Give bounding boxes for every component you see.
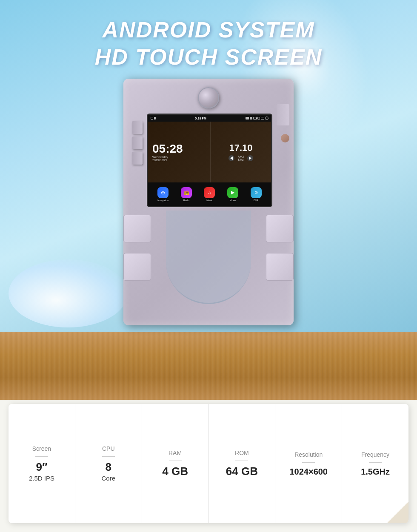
radio-frequency: 17.10 (229, 143, 252, 153)
dvr-icon: ⊙ (251, 187, 262, 198)
title-line2: HD TOUCH SCREEN (0, 44, 417, 70)
spec-divider-6 (369, 462, 382, 463)
spec-cpu-subvalue: Core (101, 475, 115, 482)
title-line1: ANDROID SYSTEM (0, 17, 417, 43)
music-label: Music (206, 199, 212, 202)
spec-divider-1 (35, 456, 48, 457)
home-icon (151, 117, 153, 119)
navigation-icon: ⊕ (157, 187, 169, 198)
back-icon (265, 117, 268, 120)
trim-box-bottom-left (123, 253, 151, 281)
spec-rom-value: 64 GB (226, 465, 258, 478)
trim-right-bottom (281, 134, 289, 142)
spec-divider-3 (169, 461, 182, 461)
music-icon: ♫ (204, 187, 215, 198)
spec-ram: RAM 4 GB (142, 404, 209, 523)
screen-main: 05:28 Wednesday 2019/03/27 17.10 AM2 (148, 122, 271, 182)
app-navigation[interactable]: ⊕ Navigation (157, 187, 169, 202)
screen-bezel: 5:28 PM (147, 114, 272, 207)
spec-frequency: Frequency 1.5GHz (342, 404, 408, 523)
volume-icon (250, 117, 252, 119)
app-radio[interactable]: 📻 Radio (181, 187, 192, 202)
clock-day: Wednesday (152, 156, 168, 159)
spec-ram-label: RAM (169, 449, 182, 456)
android-screen: 5:28 PM (148, 115, 271, 206)
trim-tab-2 (132, 137, 143, 149)
radio-app-label: Radio (183, 199, 189, 202)
spec-screen-label: Screen (32, 445, 51, 452)
wood-table (0, 332, 417, 408)
trim-body: 5:28 PM (123, 79, 294, 325)
next-arrow-icon (249, 156, 251, 160)
spec-frequency-label: Frequency (361, 451, 389, 458)
trim-left-tabs (132, 121, 145, 165)
dvr-label: DVR (254, 199, 259, 202)
radio-mode-label: AM2 (238, 155, 244, 158)
trim-knob (198, 87, 219, 108)
spec-resolution-label: Resolution (294, 451, 323, 458)
trim-box-top-left (123, 215, 151, 242)
radio-prev-button[interactable] (228, 155, 234, 161)
spec-divider-2 (102, 456, 115, 457)
trim-box-top-right (266, 215, 294, 242)
spec-screen: Screen 9″ 2.5D IPS (9, 404, 75, 523)
spec-resolution: Resolution 1024×600 (275, 404, 342, 523)
app-video[interactable]: ▶ Video (227, 187, 238, 202)
app-dvr[interactable]: ⊙ DVR (251, 187, 262, 202)
trim-tab-1 (132, 121, 143, 134)
status-bar: 5:28 PM (148, 115, 271, 122)
clock-date: 2019/03/27 (152, 159, 167, 162)
status-time: 5:28 PM (195, 117, 206, 120)
navigation-label: Navigation (157, 199, 169, 202)
spec-screen-value: 9″ (36, 461, 47, 473)
spec-resolution-value: 1024×600 (289, 467, 328, 476)
radio-icon: 📻 (181, 187, 192, 198)
spec-rom-label: ROM (235, 449, 249, 456)
title-container: ANDROID SYSTEM HD TOUCH SCREEN (0, 17, 417, 70)
trim-center-opening (166, 211, 251, 304)
clock-section: 05:28 Wednesday 2019/03/27 (148, 122, 210, 182)
spec-cpu-label: CPU (102, 445, 115, 452)
battery-icon (253, 117, 257, 119)
trim-bottom-area (123, 211, 294, 321)
spec-screen-subvalue: 2.5D IPS (29, 475, 54, 482)
car-radio-device: 5:28 PM (115, 79, 302, 342)
trim-box-bottom-right (266, 253, 294, 281)
spec-frequency-value: 1.5GHz (361, 467, 390, 476)
trim-right-top (277, 104, 289, 125)
prev-arrow-icon (230, 156, 233, 160)
cloud (9, 259, 128, 327)
spec-cpu-value: 8 (106, 461, 111, 473)
radio-controls: AM2 KHz (228, 155, 253, 161)
spec-divider-4 (235, 461, 248, 461)
clock-time: 05:28 (152, 143, 183, 155)
video-label: Video (230, 199, 236, 202)
trim-tab-3 (132, 152, 143, 165)
spec-ram-value: 4 GB (162, 465, 188, 478)
radio-next-button[interactable] (247, 155, 253, 161)
spec-card: Screen 9″ 2.5D IPS CPU 8 Core RAM 4 GB R… (9, 404, 408, 523)
video-icon: ▶ (227, 187, 238, 198)
pin-icon (154, 117, 156, 119)
spec-rom: ROM 64 GB (208, 404, 275, 523)
app-icons-row: ⊕ Navigation 📻 Radio ♫ Mus (148, 182, 271, 206)
radio-section: 17.10 AM2 KHz (210, 122, 271, 182)
spec-divider-5 (302, 462, 315, 463)
wifi-icon (246, 117, 249, 119)
spec-cpu: CPU 8 Core (75, 404, 142, 523)
window-icon (261, 117, 264, 119)
app-music[interactable]: ♫ Music (204, 187, 215, 202)
close-icon (257, 117, 260, 119)
radio-unit-label: KHz (238, 158, 243, 161)
